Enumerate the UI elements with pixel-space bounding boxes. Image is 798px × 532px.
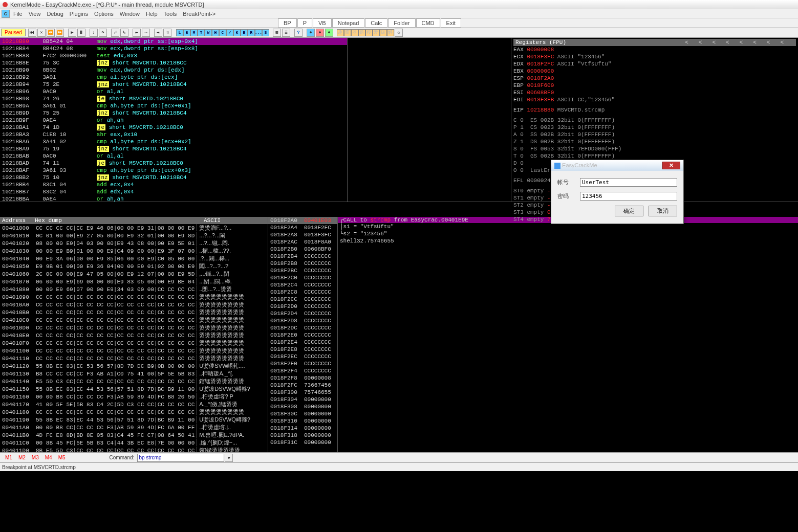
menu-options[interactable]: Options xyxy=(91,10,117,18)
stack-row[interactable]: 0018F310 00000000 xyxy=(268,417,337,425)
lem-b-button[interactable]: B xyxy=(241,29,248,36)
stack-row[interactable]: 0018F2F8 00000008 xyxy=(268,374,337,382)
tb-help-icon[interactable]: ? xyxy=(294,29,303,37)
lem-t-button[interactable]: T xyxy=(198,29,205,36)
tb-trace-icon[interactable]: ↲ xyxy=(111,29,119,37)
regs-scroll-arrows[interactable]: <<<<<<<< xyxy=(685,39,794,46)
dump-row[interactable]: 004010B0 CC CC CC CC|CC CC CC CC|CC CC C… xyxy=(2,308,266,316)
dump-row[interactable]: 00401060 2C 0C 00 00|E9 47 05 00|00 E9 1… xyxy=(2,270,266,278)
tb-extra-icon[interactable]: ☼ xyxy=(395,29,403,37)
tb-play-icon[interactable]: ▶ xyxy=(68,29,76,37)
dump-row[interactable]: 00401190 55 8B EC 83|EC 44 53 56|57 51 8… xyxy=(2,416,266,424)
dump-row[interactable]: 00401170 41 00 5F 5E|5B 83 C4 2C|5D C3 C… xyxy=(2,401,266,408)
dump-row[interactable]: 004010E0 CC CC CC CC|CC CC CC CC|CC CC C… xyxy=(2,331,266,339)
tab-folder[interactable]: Folder xyxy=(388,18,415,28)
dump-row[interactable]: 00401150 55 8B EC 83|EC 44 53 56|57 51 8… xyxy=(2,385,266,393)
stack-row[interactable]: 0018F2D8 CCCCCCCC xyxy=(268,317,337,324)
cpu-pane[interactable]: 10218B80 8B5424 04 mov edx,dword ptr ss:… xyxy=(0,38,348,202)
dump-row[interactable]: 00401110 CC CC CC CC|CC CC CC CC|CC CC C… xyxy=(2,354,266,362)
cn-button[interactable]: 爱 xyxy=(373,29,380,36)
stack-row[interactable]: 0018F2DC CCCCCCCC xyxy=(268,324,337,331)
tab-cmd[interactable]: CMD xyxy=(416,18,440,28)
dump-row[interactable]: 00401180 CC CC CC CC|CC CC CC CC|CC CC C… xyxy=(2,408,266,416)
stack-row[interactable]: 0018F2B8 CCCCCCCC xyxy=(268,260,337,267)
tb-pause-icon[interactable]: ⏸ xyxy=(77,29,85,37)
tb-grid-icon[interactable]: ⊞ xyxy=(273,29,281,37)
dump-row[interactable]: 00401120 55 8B EC 83|EC 53 56 57|8D 7D D… xyxy=(2,362,266,370)
tb-stepover-icon[interactable]: ↷ xyxy=(99,29,107,37)
stack-row[interactable]: 0018F2F0 CCCCCCCC xyxy=(268,360,337,367)
mark-m5[interactable]: M5 xyxy=(55,455,69,460)
cpu-row[interactable]: 10218BA9 75 19 jnz short MSVCRTD.10218BC… xyxy=(0,145,347,152)
dump-row[interactable]: 00401030 00 00 E9 B9|01 00 00 E9|C4 09 0… xyxy=(2,247,266,255)
lem-w-button[interactable]: W xyxy=(205,29,212,36)
tb-traceinto-icon[interactable]: ↳ xyxy=(120,29,128,37)
dump-row[interactable]: 00401100 CC CC CC CC|CC CC CC CC|CC CC C… xyxy=(2,347,266,354)
ok-button[interactable]: 确定 xyxy=(615,206,643,216)
call-info-pane[interactable]: ┌CALL to strcmp from EasyCrac.00401E9E │… xyxy=(338,217,798,452)
menu-help[interactable]: Help xyxy=(143,10,161,18)
command-dropdown-icon[interactable]: ▾ xyxy=(225,454,233,462)
cpu-row[interactable]: 10218B90 8B02 mov eax,dword ptr ds:[edx] xyxy=(0,66,347,74)
mark-m2[interactable]: M2 xyxy=(15,455,29,460)
cpu-row[interactable]: 10218BAD 74 11 je short MSVCRTD.10218BC0 xyxy=(0,160,347,167)
dump-row[interactable]: 004010D0 CC CC CC CC|CC CC CC CC|CC CC C… xyxy=(2,324,266,331)
dump-row[interactable]: 00401020 08 00 00 E9|04 03 00 00|E9 43 0… xyxy=(2,239,266,247)
mark-m4[interactable]: M4 xyxy=(42,455,55,460)
lem-e-button[interactable]: E xyxy=(183,29,190,36)
tab-bp[interactable]: BP xyxy=(278,18,297,28)
stack-row[interactable]: 0018F2C4 CCCCCCCC xyxy=(268,281,337,289)
tb-cn3-icon[interactable]: ● xyxy=(325,29,333,37)
stack-row[interactable]: 0018F2A4 0018F2FC xyxy=(268,224,337,231)
lem-h-button[interactable]: H xyxy=(212,29,219,36)
menu-file[interactable]: File xyxy=(10,10,26,18)
reg-esp[interactable]: ESP 0018F2A0 xyxy=(513,75,796,82)
cpu-row[interactable]: 10218B92 3A01 cmp al,byte ptr ds:[ecx] xyxy=(0,74,347,81)
stack-row[interactable]: 0018F2E0 CCCCCCCC xyxy=(268,331,337,339)
menu-debug[interactable]: Debug xyxy=(44,10,66,18)
stack-row[interactable]: 0018F2FC 73667456 xyxy=(268,382,337,389)
cpu-row[interactable]: 10218BA6 3A41 02 cmp al,byte ptr ds:[ecx… xyxy=(0,138,347,145)
dump-row[interactable]: 004011C0 00 8B 45 FC|5E 5B 83 C4|44 3B E… xyxy=(2,439,266,447)
menu-c-button[interactable]: C xyxy=(2,10,10,18)
stack-row[interactable]: 0018F314 00000000 xyxy=(268,425,337,432)
stack-row[interactable]: 0018F2B0 00608BF0 xyxy=(268,246,337,253)
tab-calc[interactable]: Calc xyxy=(365,18,387,28)
tb-ret-icon[interactable]: ⇤ xyxy=(133,29,141,37)
dump-row[interactable]: 00401080 00 00 E9 69|07 00 00 E9|34 03 0… xyxy=(2,285,266,293)
cpu-row[interactable]: 10218B8E 75 3C jnz short MSVCRTD.10218BC… xyxy=(0,59,347,66)
stack-row[interactable]: 0018F2CC CCCCCCCC xyxy=(268,296,337,303)
cpu-row[interactable]: 10218B94 75 2E jnz short MSVCRTD.10218BC… xyxy=(0,81,347,88)
cpu-row[interactable]: 10218B96 0AC0 or al,al xyxy=(0,88,347,95)
cpu-row[interactable]: 10218B9A 3A61 01 cmp ah,byte ptr ds:[ecx… xyxy=(0,102,347,109)
cpu-row[interactable]: 10218BAF 3A61 03 cmp ah,byte ptr ds:[ecx… xyxy=(0,167,347,174)
stack-row[interactable]: 0018F2E4 CCCCCCCC xyxy=(268,339,337,346)
lem-k-button[interactable]: K xyxy=(233,29,241,36)
reg-edi[interactable]: EDI 0018F3FB ASCII CC,"123456" xyxy=(513,96,796,103)
tb-run-icon[interactable]: ⇉ xyxy=(163,29,171,37)
cn-button[interactable]: 器 xyxy=(351,29,358,36)
cpu-row[interactable]: 10218BA1 74 1D je short MSVCRTD.10218BC0 xyxy=(0,124,347,131)
dump-row[interactable]: 00401160 00 00 B8 CC|CC CC CC F3|AB 59 8… xyxy=(2,393,266,401)
tb-cn2-icon[interactable]: ● xyxy=(316,29,324,37)
reg-ecx[interactable]: ECX 0018F3FC ASCII "123456" xyxy=(513,53,796,60)
cpu-row[interactable]: 10218BB2 75 10 jnz short MSVCRTD.10218BC… xyxy=(0,174,347,181)
tb-list-icon[interactable]: ≣ xyxy=(282,29,290,37)
cpu-row[interactable]: 10218B80 8B5424 04 mov edx,dword ptr ss:… xyxy=(0,38,347,45)
cpu-row[interactable]: 10218B9D 75 25 jnz short MSVCRTD.10218BC… xyxy=(0,109,347,117)
tb-stepinto-icon[interactable]: ↓ xyxy=(90,29,98,37)
stack-row[interactable]: 0018F2B4 CCCCCCCC xyxy=(268,253,337,260)
tb-rewind-icon[interactable]: ⏮ xyxy=(28,29,36,37)
stack-pane[interactable]: 0018F2A0 00401E03 0018F2A4 0018F2FC0018F… xyxy=(268,217,338,452)
stack-row[interactable]: 0018F2D0 CCCCCCCC xyxy=(268,303,337,310)
tab-exit[interactable]: Exit xyxy=(441,18,461,28)
lem-c-button[interactable]: C xyxy=(219,29,226,36)
lem-m-button[interactable]: M xyxy=(190,29,198,36)
mark-m3[interactable]: M3 xyxy=(29,455,42,460)
mark-m1[interactable]: M1 xyxy=(2,455,15,460)
cn-button[interactable]: 窗 xyxy=(344,29,351,36)
cn-button[interactable]: 题 xyxy=(358,29,365,36)
command-input[interactable] xyxy=(137,454,224,462)
tb-stop-icon[interactable]: ✕ xyxy=(37,29,46,37)
tb-until-icon[interactable]: ⇥ xyxy=(154,29,162,37)
